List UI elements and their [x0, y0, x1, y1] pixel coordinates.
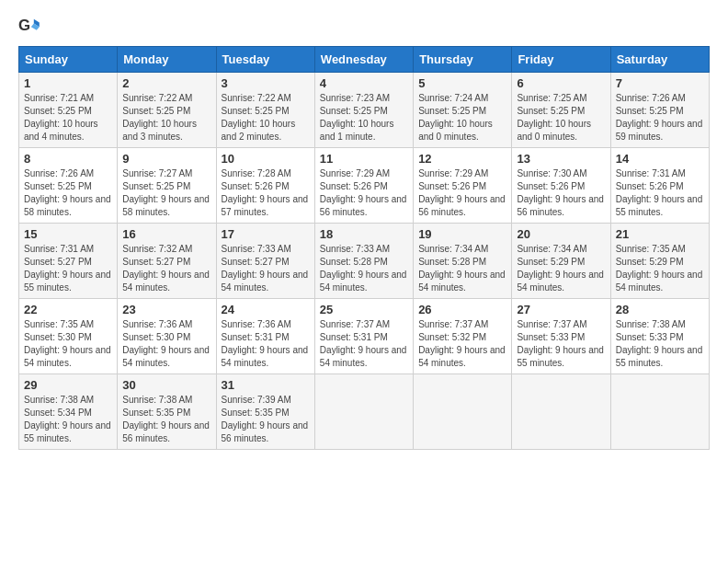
day-number: 26	[418, 303, 506, 316]
calendar-cell: 6 Sunrise: 7:25 AMSunset: 5:25 PMDayligh…	[512, 73, 610, 148]
calendar-cell: 8 Sunrise: 7:26 AMSunset: 5:25 PMDayligh…	[19, 148, 118, 224]
calendar-cell	[512, 374, 610, 450]
day-header-monday: Monday	[118, 47, 216, 73]
day-header-wednesday: Wednesday	[314, 47, 413, 73]
day-info: Sunrise: 7:37 AMSunset: 5:33 PMDaylight:…	[517, 319, 604, 368]
day-number: 24	[222, 303, 310, 316]
day-info: Sunrise: 7:33 AMSunset: 5:27 PMDaylight:…	[222, 244, 309, 293]
week-row-4: 22 Sunrise: 7:35 AMSunset: 5:30 PMDaylig…	[19, 299, 710, 374]
day-info: Sunrise: 7:34 AMSunset: 5:28 PMDaylight:…	[418, 244, 506, 293]
day-info: Sunrise: 7:23 AMSunset: 5:25 PMDaylight:…	[320, 93, 394, 142]
day-number: 19	[418, 227, 506, 241]
day-header-tuesday: Tuesday	[216, 47, 314, 73]
day-info: Sunrise: 7:39 AMSunset: 5:35 PMDaylight:…	[222, 395, 309, 443]
day-info: Sunrise: 7:26 AMSunset: 5:25 PMDaylight:…	[616, 93, 703, 142]
day-number: 13	[517, 152, 605, 166]
calendar-cell: 31 Sunrise: 7:39 AMSunset: 5:35 PMDaylig…	[216, 374, 314, 450]
calendar-cell: 9 Sunrise: 7:27 AMSunset: 5:25 PMDayligh…	[118, 148, 216, 224]
day-info: Sunrise: 7:34 AMSunset: 5:29 PMDaylight:…	[517, 244, 604, 293]
day-info: Sunrise: 7:37 AMSunset: 5:32 PMDaylight:…	[418, 319, 506, 368]
day-info: Sunrise: 7:36 AMSunset: 5:30 PMDaylight:…	[122, 319, 210, 368]
day-info: Sunrise: 7:38 AMSunset: 5:35 PMDaylight:…	[122, 395, 210, 443]
calendar-cell: 12 Sunrise: 7:29 AMSunset: 5:26 PMDaylig…	[414, 148, 512, 224]
day-number: 7	[616, 76, 704, 90]
day-info: Sunrise: 7:35 AMSunset: 5:29 PMDaylight:…	[616, 244, 703, 293]
day-number: 4	[320, 76, 408, 90]
calendar-cell: 27 Sunrise: 7:37 AMSunset: 5:33 PMDaylig…	[512, 299, 610, 374]
calendar-cell: 20 Sunrise: 7:34 AMSunset: 5:29 PMDaylig…	[512, 224, 610, 299]
day-info: Sunrise: 7:22 AMSunset: 5:25 PMDaylight:…	[222, 93, 296, 142]
day-info: Sunrise: 7:29 AMSunset: 5:26 PMDaylight:…	[418, 168, 506, 217]
day-number: 10	[222, 152, 310, 166]
day-info: Sunrise: 7:37 AMSunset: 5:31 PMDaylight:…	[320, 319, 407, 368]
day-number: 18	[320, 227, 408, 241]
day-number: 27	[517, 303, 605, 316]
day-number: 21	[616, 227, 704, 241]
day-info: Sunrise: 7:30 AMSunset: 5:26 PMDaylight:…	[517, 168, 604, 217]
calendar-cell: 13 Sunrise: 7:30 AMSunset: 5:26 PMDaylig…	[512, 148, 610, 224]
day-header-friday: Friday	[512, 47, 610, 73]
calendar-cell: 25 Sunrise: 7:37 AMSunset: 5:31 PMDaylig…	[314, 299, 413, 374]
calendar-cell: 24 Sunrise: 7:36 AMSunset: 5:31 PMDaylig…	[216, 299, 314, 374]
day-number: 3	[222, 76, 310, 90]
day-number: 11	[320, 152, 408, 166]
week-row-5: 29 Sunrise: 7:38 AMSunset: 5:34 PMDaylig…	[19, 374, 710, 450]
calendar-cell	[610, 374, 709, 450]
calendar-cell	[414, 374, 512, 450]
calendar-cell: 21 Sunrise: 7:35 AMSunset: 5:29 PMDaylig…	[610, 224, 709, 299]
calendar-cell: 1 Sunrise: 7:21 AMSunset: 5:25 PMDayligh…	[19, 73, 118, 148]
calendar-cell: 11 Sunrise: 7:29 AMSunset: 5:26 PMDaylig…	[314, 148, 413, 224]
day-number: 9	[122, 152, 210, 166]
day-number: 30	[122, 378, 210, 392]
week-row-2: 8 Sunrise: 7:26 AMSunset: 5:25 PMDayligh…	[19, 148, 710, 224]
day-info: Sunrise: 7:25 AMSunset: 5:25 PMDaylight:…	[517, 93, 591, 142]
calendar-cell: 10 Sunrise: 7:28 AMSunset: 5:26 PMDaylig…	[216, 148, 314, 224]
day-number: 29	[24, 378, 112, 392]
calendar-cell: 26 Sunrise: 7:37 AMSunset: 5:32 PMDaylig…	[414, 299, 512, 374]
svg-text:G: G	[18, 17, 30, 34]
day-number: 23	[122, 303, 210, 316]
calendar-cell: 3 Sunrise: 7:22 AMSunset: 5:25 PMDayligh…	[216, 73, 314, 148]
day-info: Sunrise: 7:36 AMSunset: 5:31 PMDaylight:…	[222, 319, 309, 368]
day-number: 22	[24, 303, 112, 316]
calendar-cell: 2 Sunrise: 7:22 AMSunset: 5:25 PMDayligh…	[118, 73, 216, 148]
calendar-cell: 16 Sunrise: 7:32 AMSunset: 5:27 PMDaylig…	[118, 224, 216, 299]
day-number: 12	[418, 152, 506, 166]
day-info: Sunrise: 7:27 AMSunset: 5:25 PMDaylight:…	[122, 168, 210, 217]
calendar-cell: 4 Sunrise: 7:23 AMSunset: 5:25 PMDayligh…	[314, 73, 413, 148]
day-info: Sunrise: 7:38 AMSunset: 5:34 PMDaylight:…	[24, 395, 111, 443]
day-info: Sunrise: 7:31 AMSunset: 5:26 PMDaylight:…	[616, 168, 703, 217]
day-info: Sunrise: 7:21 AMSunset: 5:25 PMDaylight:…	[24, 93, 98, 142]
day-header-sunday: Sunday	[19, 47, 118, 73]
calendar-cell: 14 Sunrise: 7:31 AMSunset: 5:26 PMDaylig…	[610, 148, 709, 224]
day-number: 1	[24, 76, 112, 90]
day-number: 20	[517, 227, 605, 241]
calendar-cell: 15 Sunrise: 7:31 AMSunset: 5:27 PMDaylig…	[19, 224, 118, 299]
day-info: Sunrise: 7:35 AMSunset: 5:30 PMDaylight:…	[24, 319, 111, 368]
calendar-cell: 7 Sunrise: 7:26 AMSunset: 5:25 PMDayligh…	[610, 73, 709, 148]
header: G	[18, 15, 710, 37]
week-row-1: 1 Sunrise: 7:21 AMSunset: 5:25 PMDayligh…	[19, 73, 710, 148]
logo-icon: G	[18, 15, 40, 37]
day-number: 5	[418, 76, 506, 90]
day-number: 15	[24, 227, 112, 241]
calendar-cell: 22 Sunrise: 7:35 AMSunset: 5:30 PMDaylig…	[19, 299, 118, 374]
calendar-table: SundayMondayTuesdayWednesdayThursdayFrid…	[18, 46, 710, 450]
day-number: 31	[222, 378, 310, 392]
day-info: Sunrise: 7:29 AMSunset: 5:26 PMDaylight:…	[320, 168, 407, 217]
day-info: Sunrise: 7:28 AMSunset: 5:26 PMDaylight:…	[222, 168, 309, 217]
week-row-3: 15 Sunrise: 7:31 AMSunset: 5:27 PMDaylig…	[19, 224, 710, 299]
day-number: 16	[122, 227, 210, 241]
day-info: Sunrise: 7:32 AMSunset: 5:27 PMDaylight:…	[122, 244, 210, 293]
calendar-cell: 5 Sunrise: 7:24 AMSunset: 5:25 PMDayligh…	[414, 73, 512, 148]
calendar-cell: 18 Sunrise: 7:33 AMSunset: 5:28 PMDaylig…	[314, 224, 413, 299]
day-header-saturday: Saturday	[610, 47, 709, 73]
day-number: 28	[616, 303, 704, 316]
days-header-row: SundayMondayTuesdayWednesdayThursdayFrid…	[19, 47, 710, 73]
day-info: Sunrise: 7:24 AMSunset: 5:25 PMDaylight:…	[418, 93, 493, 142]
day-info: Sunrise: 7:22 AMSunset: 5:25 PMDaylight:…	[122, 93, 197, 142]
calendar-cell: 17 Sunrise: 7:33 AMSunset: 5:27 PMDaylig…	[216, 224, 314, 299]
day-number: 17	[222, 227, 310, 241]
day-info: Sunrise: 7:26 AMSunset: 5:25 PMDaylight:…	[24, 168, 111, 217]
day-number: 8	[24, 152, 112, 166]
